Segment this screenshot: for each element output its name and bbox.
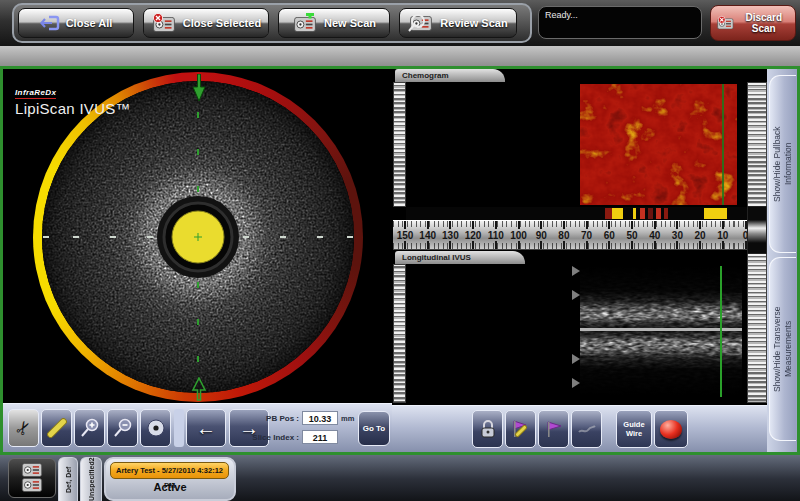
flag-pencil-icon [510, 418, 532, 440]
zoom-out-button[interactable] [107, 409, 138, 447]
ruler-tool-icon [47, 418, 67, 438]
ruler-tick-label: 50 [622, 230, 642, 241]
range-tick [280, 236, 286, 238]
transverse-ivus-panel: InfraReDx LipiScan IVUS™ [3, 69, 392, 403]
pullback-top-arrow-marker [188, 74, 210, 102]
ruler-major-tick [699, 221, 701, 229]
scan-list-button[interactable] [8, 458, 56, 498]
close-all-button[interactable]: Close All [18, 8, 134, 38]
right-scrollbar-thumb[interactable] [747, 206, 767, 254]
range-tick [43, 236, 49, 238]
scan-list-icon [17, 462, 47, 494]
ruler-major-tick [495, 241, 497, 249]
pb-pos-value[interactable]: 10.33 [302, 411, 338, 425]
close-selected-icon [151, 13, 177, 33]
lock-icon [479, 419, 497, 439]
ruler-major-tick [608, 241, 610, 249]
slice-index-value[interactable]: 211 [302, 430, 338, 444]
guide-wire-label: Guide Wire [617, 420, 651, 438]
longitudinal-control-bar: Guide Wire [392, 405, 767, 452]
ruler-tick-label: 70 [577, 230, 597, 241]
chemogram-tab-label: Chemogram [402, 71, 449, 80]
tab-pullback-information[interactable]: Show/Hide Pullback Information [769, 75, 796, 253]
active-scan-group: Artery Test - 5/27/2010 4:32:12 PM Activ… [104, 457, 236, 501]
scan-title-bar: Unspecified2 - Artery Test - 5/27/2010 4… [0, 46, 800, 66]
discard-scan-button[interactable]: Discard Scan [710, 5, 796, 41]
ruler-major-tick [722, 241, 724, 249]
zoom-in-button[interactable] [74, 409, 105, 447]
center-marker-button[interactable] [140, 409, 171, 447]
chemogram-block [612, 208, 623, 219]
chemogram-canvas[interactable] [406, 82, 747, 207]
ruler-tick-label: 100 [509, 230, 529, 241]
range-tick [347, 236, 353, 238]
annotate-flag-button[interactable] [505, 410, 536, 448]
chemogram-block [640, 208, 645, 219]
ruler-tick-label: 30 [667, 230, 687, 241]
lipiscan-product-text: LipiScan IVUS™ [15, 100, 131, 117]
cut-tool-button[interactable]: ✂ [8, 409, 39, 447]
measure-tool-button[interactable] [41, 409, 72, 447]
review-scan-button[interactable]: Review Scan [399, 8, 517, 38]
longitudinal-canvas[interactable] [406, 264, 747, 403]
range-tick [110, 236, 116, 238]
lipiscan-ivus-window: Close All Close Selected New Scan [0, 0, 800, 501]
goto-button[interactable]: Go To [358, 411, 390, 446]
ruler-tick-label: 130 [440, 230, 460, 241]
discard-scan-icon [717, 14, 735, 32]
ruler-tick-label: 40 [645, 230, 665, 241]
previous-slice-button[interactable]: ← [186, 409, 226, 447]
ruler-major-tick [699, 241, 701, 249]
ruler-major-tick [449, 221, 451, 229]
review-scan-label: Review Scan [440, 17, 507, 29]
discard-scan-label: Discard Scan [739, 12, 789, 34]
zoom-out-icon [113, 418, 133, 438]
transverse-ticks [41, 80, 355, 394]
center-dot-icon [146, 418, 166, 438]
ruler-major-tick [586, 241, 588, 249]
longitudinal-edge-marker [572, 266, 580, 276]
ruler-tick-label: 20 [690, 230, 710, 241]
ruler-major-tick [518, 221, 520, 229]
new-scan-button[interactable]: New Scan [278, 8, 390, 38]
record-button[interactable] [654, 410, 688, 448]
range-tick [243, 236, 249, 238]
ruler-tick-label: 110 [486, 230, 506, 241]
ruler-major-tick [427, 241, 429, 249]
ruler-major-tick [676, 241, 678, 249]
patient-tab-label: Unspecified2 [87, 459, 96, 501]
slice-index-label: Slice Index : [241, 433, 299, 442]
red-ball-icon [660, 420, 682, 439]
ruler-major-tick [563, 221, 565, 229]
tab-transverse-measurements[interactable]: Show/Hide Transverse Measurements [769, 257, 796, 441]
disabled-tool-button[interactable] [571, 410, 602, 448]
ruler-tick-label: 10 [713, 230, 733, 241]
chemogram-image[interactable] [580, 84, 737, 205]
active-scan-button[interactable]: Artery Test - 5/27/2010 4:32:12 PM [110, 462, 229, 479]
range-tick [197, 282, 199, 288]
guide-wire-button[interactable]: Guide Wire [616, 410, 652, 448]
patient-tab-unspecified2[interactable]: Unspecified2 [80, 457, 102, 501]
lipiscan-logo: InfraReDx LipiScan IVUS™ [15, 81, 131, 117]
lock-button[interactable] [472, 410, 503, 448]
left-arrow-icon: ← [196, 417, 216, 440]
patient-tab-def-def[interactable]: Def, Def [58, 457, 78, 501]
flag-marker-button[interactable] [538, 410, 569, 448]
ruler-major-tick [676, 221, 678, 229]
range-tick [197, 149, 199, 155]
longitudinal-cursor-line [720, 266, 722, 397]
chemogram-left-scrollbar[interactable] [393, 82, 406, 207]
infraredx-brand-text: InfraReDx [15, 88, 56, 99]
block-chemogram-strip[interactable] [406, 207, 747, 220]
longitudinal-ivus-image[interactable] [580, 266, 742, 397]
status-message-box: Ready... [538, 6, 702, 39]
close-all-icon [40, 15, 60, 31]
new-scan-label: New Scan [324, 17, 376, 29]
review-scan-icon [408, 13, 434, 33]
ruler-major-tick [404, 221, 406, 229]
pullback-ruler[interactable]: 1501401301201101009080706050403020100 [393, 220, 767, 250]
close-selected-button[interactable]: Close Selected [143, 8, 269, 38]
longitudinal-left-scrollbar[interactable] [393, 264, 406, 403]
close-selected-label: Close Selected [183, 17, 261, 29]
ruler-major-tick [608, 221, 610, 229]
